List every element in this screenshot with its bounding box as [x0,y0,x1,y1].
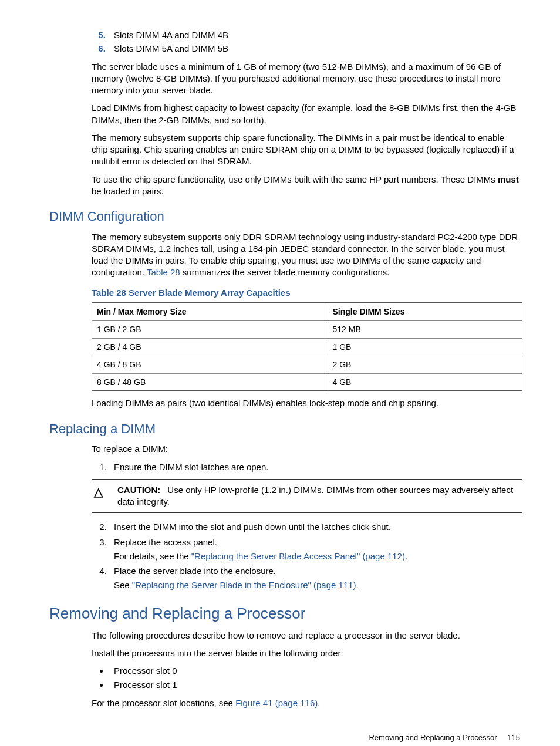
step-item: Ensure the DIMM slot latches are open. [109,461,522,473]
text: summarizes the server blade memory confi… [180,267,390,277]
caution-icon: △ [92,484,117,508]
step-text: Insert the DIMM into the slot and push d… [114,522,391,532]
continued-slot-list: Slots DIMM 4A and DIMM 4B Slots DIMM 5A … [38,29,522,55]
page-number: 115 [507,733,520,742]
table-cell: 8 GB / 48 GB [92,373,328,391]
list-item-text: Processor slot 0 [114,666,177,676]
paragraph: Install the processors into the server b… [92,647,522,659]
heading-removing-replacing-processor: Removing and Replacing a Processor [49,603,522,624]
step-item: Replace the access panel. For details, s… [109,536,522,563]
table-cell: 2 GB / 4 GB [92,338,328,356]
caution-body: CAUTION:Use only HP low-profile (1.2 in.… [117,484,522,508]
list-item: Processor slot 0 [109,665,522,677]
paragraph: The memory subsystem supports chip spare… [92,132,522,168]
caution-message: Use only HP low-profile (1.2 in.) DIMMs.… [117,485,513,507]
paragraph: Load DIMMs from highest capacity to lowe… [92,102,522,126]
replace-dimm-steps-a: Ensure the DIMM slot latches are open. [92,461,522,473]
text: For the processor slot locations, see [92,698,235,708]
table-header: Min / Max Memory Size [92,303,328,320]
table-header: Single DIMM Sizes [328,303,522,320]
table-cell: 2 GB [328,356,522,373]
paragraph: The server blade uses a minimum of 1 GB … [92,61,522,97]
list-item-text: Slots DIMM 4A and DIMM 4B [114,30,228,40]
heading-dimm-configuration: DIMM Configuration [49,208,522,225]
table-row: 2 GB / 4 GB1 GB [92,338,522,356]
text: For details, see the [114,551,191,561]
page-footer: Removing and Replacing a Processor 115 [38,733,522,743]
table-cell: 512 MB [328,320,522,338]
list-item: Processor slot 1 [109,679,522,691]
paragraph: For the processor slot locations, see Fi… [92,697,522,709]
paragraph: To use the chip spare functionality, use… [92,174,522,198]
step-detail: For details, see the "Replacing the Serv… [114,551,522,562]
text: . [318,698,320,708]
table-header-row: Min / Max Memory Size Single DIMM Sizes [92,303,522,320]
text: . [356,580,359,590]
text: See [114,580,132,590]
text: . [405,551,407,561]
figure-41-link[interactable]: Figure 41 (page 116) [235,698,318,708]
table-28-link[interactable]: Table 28 [147,267,180,277]
memory-capacity-table: Min / Max Memory Size Single DIMM Sizes … [92,302,522,391]
list-item: Slots DIMM 5A and DIMM 5B [108,43,522,55]
step-detail: See "Replacing the Server Blade in the E… [114,579,522,591]
table-row: 4 GB / 8 GB2 GB [92,356,522,373]
step-text: Ensure the DIMM slot latches are open. [114,462,268,472]
step-item: Insert the DIMM into the slot and push d… [109,521,522,533]
table-cell: 1 GB / 2 GB [92,320,328,338]
list-item-text: Processor slot 1 [114,680,177,690]
paragraph: The following procedures describe how to… [92,630,522,642]
emphasis: must [498,174,519,184]
replace-dimm-steps-b: Insert the DIMM into the slot and push d… [92,521,522,591]
footer-section-title: Removing and Replacing a Processor [369,733,497,742]
table-caption: Table 28 Server Blade Memory Array Capac… [92,287,522,299]
caution-label: CAUTION: [117,485,160,495]
list-item: Slots DIMM 4A and DIMM 4B [108,29,522,41]
paragraph: To replace a DIMM: [92,443,522,455]
enclosure-link[interactable]: "Replacing the Server Blade in the Enclo… [132,580,356,590]
table-row: 8 GB / 48 GB4 GB [92,373,522,391]
heading-replacing-dimm: Replacing a DIMM [49,420,522,438]
step-text: Replace the access panel. [114,537,217,547]
table-cell: 4 GB [328,373,522,391]
paragraph: Loading DIMMs as pairs (two identical DI… [92,397,522,409]
text: be loaded in pairs. [92,186,164,196]
table-cell: 4 GB / 8 GB [92,356,328,373]
text: To use the chip spare functionality, use… [92,174,498,184]
step-item: Place the server blade into the enclosur… [109,565,522,592]
access-panel-link[interactable]: "Replacing the Server Blade Access Panel… [191,551,405,561]
caution-note: △ CAUTION:Use only HP low-profile (1.2 i… [92,479,522,514]
table-row: 1 GB / 2 GB512 MB [92,320,522,338]
step-text: Place the server blade into the enclosur… [114,566,276,576]
processor-order-list: Processor slot 0 Processor slot 1 [92,665,522,691]
list-item-text: Slots DIMM 5A and DIMM 5B [114,43,228,53]
paragraph: The memory subsystem supports only DDR S… [92,231,522,279]
table-cell: 1 GB [328,338,522,356]
